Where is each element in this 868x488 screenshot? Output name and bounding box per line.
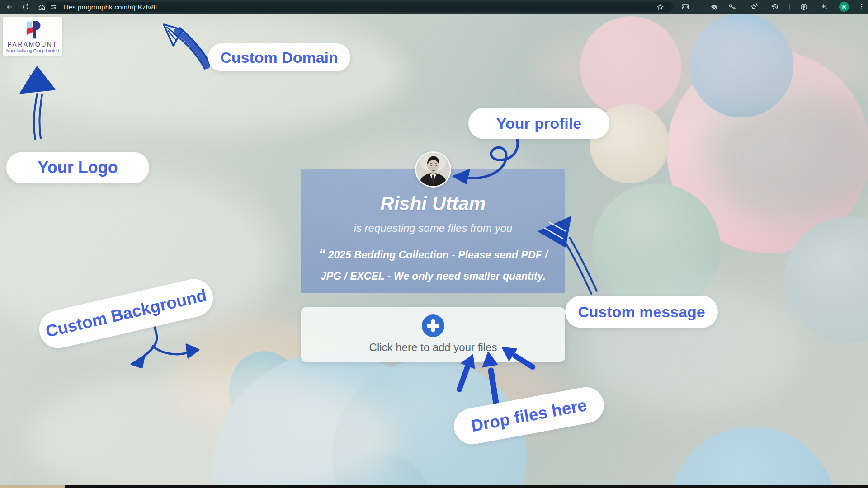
incognito-icon [710,3,718,11]
home-icon [38,3,46,11]
file-dropzone[interactable]: Click here to add your files [301,307,565,362]
energy-icon [800,3,808,11]
plus-icon [421,314,445,338]
request-message-text: 2025 Bedding Collection - Please send PD… [321,249,547,282]
quote-mark: “ [319,246,326,261]
url-text[interactable]: files.pmgrouphk.com/r/pKzIv8f [63,3,157,11]
panel-icon [681,3,689,11]
browser-profile-button[interactable]: R [839,2,849,12]
requester-avatar [415,151,451,188]
downloads-button[interactable] [818,1,829,12]
bottom-edge [0,485,868,488]
company-logo: PARAMOUNT Manufacturing Group Limited [3,17,62,56]
download-icon [820,3,828,11]
address-bar[interactable]: files.pmgrouphk.com/r/pKzIv8f [45,2,673,12]
history-button[interactable] [769,1,780,12]
request-message: “2025 Bedding Collection - Please send P… [316,241,551,286]
cloud [533,18,868,117]
reload-button[interactable] [20,1,31,12]
request-subtitle: is requesting some files from you [301,222,565,235]
browser-toolbar: files.pmgrouphk.com/r/pKzIv8f R [0,0,868,14]
paramount-logo-mark [24,20,42,39]
toolbar-divider [700,4,700,10]
portrait-photo [416,153,450,186]
reload-icon [22,3,29,11]
bookmark-button[interactable] [655,1,665,12]
menu-kebab-icon [858,3,865,10]
toolbar-divider [789,4,790,10]
tune-icon [50,3,57,10]
sparkle-star-icon [750,3,758,11]
annotation-your-profile: Your profile [468,108,609,139]
extension-password-button[interactable] [727,1,738,12]
history-icon [771,3,779,11]
star-icon [656,3,664,11]
bottom-edge-segment [0,485,65,488]
key-icon [728,3,736,11]
performance-button[interactable] [798,1,809,12]
back-icon [5,3,13,11]
back-button[interactable] [4,1,14,12]
dropzone-label[interactable]: Click here to add your files [369,341,497,354]
side-panel-button[interactable] [680,1,691,12]
extension-favorites-button[interactable] [749,1,760,12]
requester-name: Rishi Uttam [301,193,565,215]
bottom-edge-segment [65,485,868,488]
file-request-card: Rishi Uttam is requesting some files fro… [301,169,565,293]
annotation-custom-domain: Custom Domain [208,43,350,71]
screen: files.pmgrouphk.com/r/pKzIv8f R [0,0,868,488]
company-name: PARAMOUNT [8,41,58,48]
add-files-button[interactable] [421,314,445,338]
site-info-button[interactable] [50,3,57,10]
annotation-custom-message: Custom message [565,296,718,328]
balloon-sphere [669,427,836,488]
annotation-your-logo: Your Logo [6,152,149,183]
extension-incognito-button[interactable] [709,1,720,12]
browser-menu-button[interactable] [856,1,867,12]
company-subname: Manufacturing Group Limited [6,48,59,53]
